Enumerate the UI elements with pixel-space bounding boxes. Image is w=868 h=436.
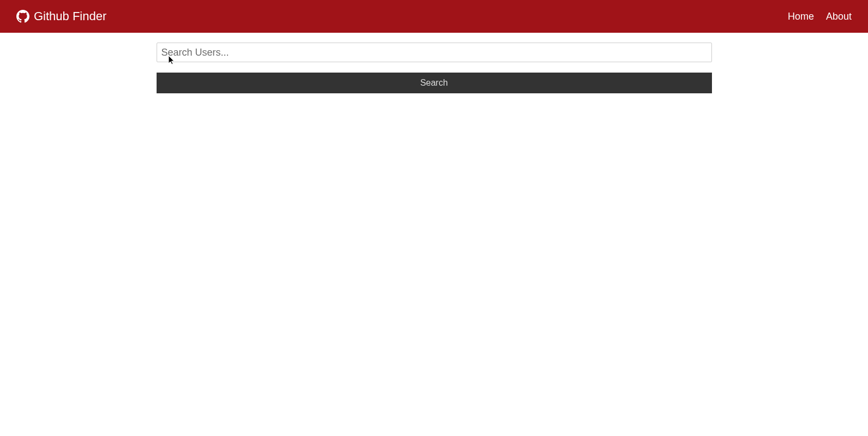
main-container: Search <box>157 33 712 93</box>
search-input[interactable] <box>157 43 712 62</box>
navbar-brand[interactable]: Github Finder <box>16 9 106 23</box>
nav-link-about[interactable]: About <box>826 11 852 22</box>
search-button[interactable]: Search <box>157 73 712 93</box>
search-form: Search <box>157 43 712 93</box>
navbar-links: Home About <box>788 11 852 22</box>
github-icon <box>16 10 29 23</box>
app-title: Github Finder <box>34 9 106 23</box>
navbar: Github Finder Home About <box>0 0 868 33</box>
nav-link-home[interactable]: Home <box>788 11 814 22</box>
